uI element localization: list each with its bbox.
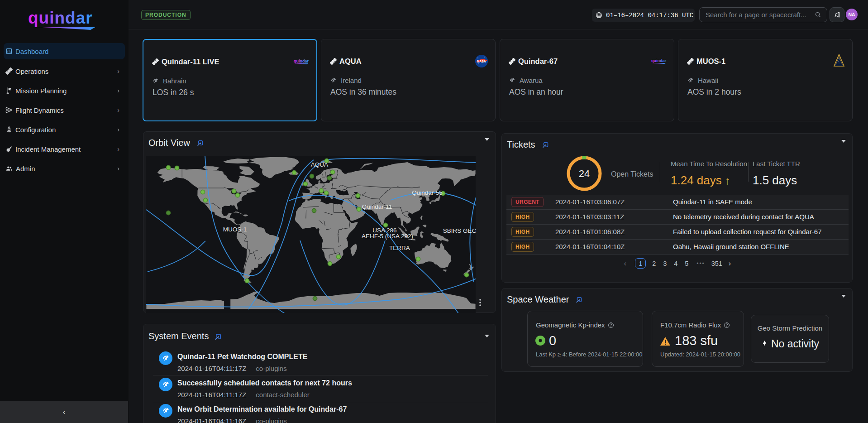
svg-text:quindar: quindar	[651, 58, 666, 63]
svg-text:SBIRS GEO-6: SBIRS GEO-6	[443, 227, 476, 234]
svg-text:AEHF-5 (USA 292): AEHF-5 (USA 292)	[362, 233, 413, 240]
svg-text:Quindar-55: Quindar-55	[412, 189, 443, 196]
svg-text:quindar: quindar	[28, 9, 93, 27]
svg-text:AQUA: AQUA	[311, 161, 328, 168]
svg-text:MUOS-1: MUOS-1	[223, 226, 247, 233]
svg-text:quindar: quindar	[294, 59, 309, 63]
svg-text:24: 24	[579, 168, 590, 179]
svg-text:TERRA: TERRA	[389, 245, 410, 251]
svg-text:Quindar-11: Quindar-11	[362, 203, 392, 210]
svg-text:NASA: NASA	[477, 60, 486, 63]
